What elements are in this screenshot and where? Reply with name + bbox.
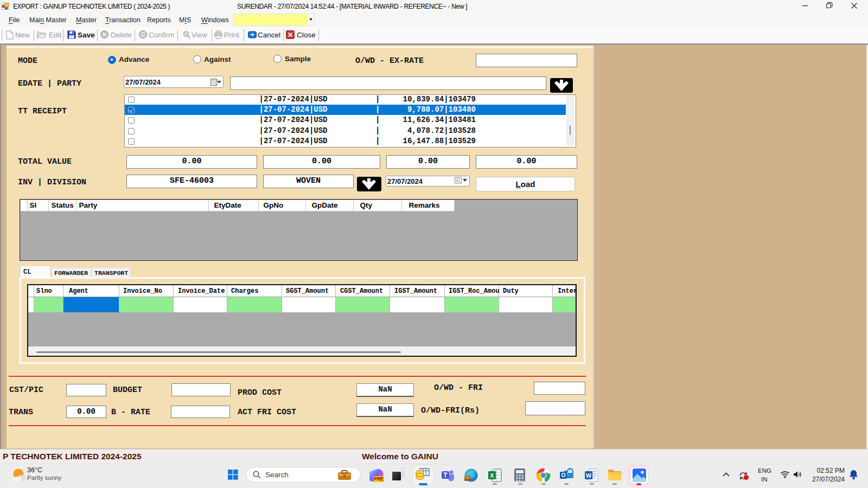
svg-text:X: X	[490, 472, 494, 479]
svg-text:W: W	[586, 472, 592, 479]
svg-text:O: O	[561, 472, 565, 478]
